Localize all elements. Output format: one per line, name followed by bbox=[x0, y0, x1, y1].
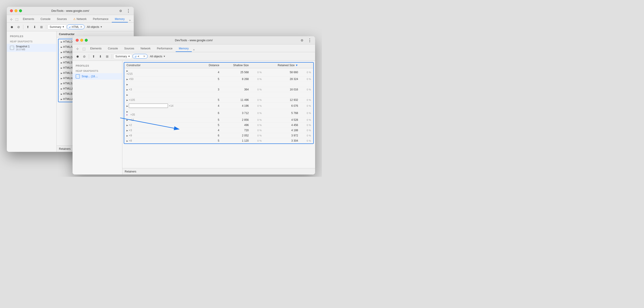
summary-icon-front[interactable]: ⊞ bbox=[104, 53, 110, 60]
col-retained[interactable]: Retained Size ▼ bbox=[264, 62, 300, 68]
more-button-back[interactable]: ⋮ bbox=[125, 8, 132, 14]
expand-icon: ▶ bbox=[126, 134, 128, 137]
snapshot-icon-front: 📄 bbox=[76, 74, 80, 78]
expand-icon: ▶ bbox=[126, 119, 128, 121]
table-row[interactable]: ▶ ×8 5 1 120 0 % 3 304 0 % bbox=[124, 138, 313, 144]
upload-btn-front[interactable]: ⬆ bbox=[90, 53, 97, 60]
expand-icon: ▶ bbox=[61, 88, 62, 90]
table-row[interactable]: ▶ ×215 4 25 568 0 % 58 660 0 % bbox=[124, 68, 313, 76]
table-bordered-front: Constructor Distance Shallow Size Retain… bbox=[124, 62, 314, 144]
close-button-back[interactable] bbox=[10, 9, 13, 12]
maximize-button-front[interactable] bbox=[85, 39, 88, 42]
table-row[interactable]: ▶ ×3 3 364 0 % 16 016 0 % bbox=[124, 87, 313, 92]
snapshot-name-back: Snapshot 1 bbox=[16, 45, 30, 48]
device-icon-back[interactable]: ⬚ bbox=[14, 16, 20, 22]
expand-icon: ▶ bbox=[61, 82, 62, 85]
constructor-table-front: Constructor Distance Shallow Size Retain… bbox=[124, 62, 313, 144]
snapshot-item-front[interactable]: 📄 Snap... (18.... bbox=[72, 73, 122, 80]
device-icon-front[interactable]: ⬚ bbox=[81, 46, 87, 52]
col-constructor: Constructor bbox=[124, 62, 200, 68]
tab-elements-front[interactable]: Elements bbox=[87, 46, 105, 52]
objects-label-back: All objects bbox=[87, 26, 99, 28]
record-btn-front[interactable]: ⏺ bbox=[74, 53, 81, 60]
filter-chip-back[interactable]: ⊿ HTML ✕ bbox=[67, 24, 84, 29]
tab-memory-back[interactable]: Memory bbox=[112, 16, 128, 22]
table-row[interactable]: ▶ <span style="color:#888;">×33</span></… bbox=[124, 92, 313, 98]
snapshot-icon-back: 📄 bbox=[10, 46, 14, 50]
table-row[interactable]: ▶ <span style="color:#888;">×54</span></… bbox=[124, 82, 313, 87]
table-row[interactable]: ▶ ×35 6 3 712 0 % 5 768 0 % bbox=[124, 109, 313, 118]
expand-icon: ▶ bbox=[61, 62, 62, 64]
stop-btn-front[interactable]: ⊘ bbox=[81, 53, 88, 60]
tab-sources-front[interactable]: Sources bbox=[121, 46, 137, 52]
tab-performance-back[interactable]: Performance bbox=[90, 16, 112, 22]
toolbar-front: ⏺ ⊘ ⬆ ⬇ ⊞ Summary ▼ ⊿ ✕ All objects ▼ bbox=[72, 52, 315, 61]
summary-icon-back[interactable]: ⊞ bbox=[38, 24, 45, 30]
settings-button-back[interactable]: ⚙ bbox=[118, 8, 124, 14]
upload-btn-back[interactable]: ⬆ bbox=[25, 24, 31, 30]
tab-bar-front: ⊹ ⬚ Elements Console Sources Network Per… bbox=[72, 44, 315, 52]
col-distance[interactable]: Distance bbox=[200, 62, 222, 68]
expand-icon: ▶ bbox=[126, 70, 128, 72]
download-btn-front[interactable]: ⬇ bbox=[97, 53, 104, 60]
settings-button-front[interactable]: ⚙ bbox=[299, 37, 305, 44]
filter-close-front[interactable]: ✕ bbox=[143, 54, 146, 58]
snapshot-item-back[interactable]: 📄 Snapshot 1 16.0 MB bbox=[7, 44, 56, 52]
inspect-icon-front[interactable]: ⊹ bbox=[74, 46, 81, 52]
window-title-back: DevTools - www.google.com/ bbox=[10, 9, 130, 12]
tab-console-front[interactable]: Console bbox=[105, 46, 121, 52]
expand-icon: ▶ bbox=[126, 78, 128, 80]
expand-icon: ▶ bbox=[126, 140, 128, 142]
col-retained-pct bbox=[300, 62, 313, 68]
summary-dropdown-back[interactable]: Summary ▼ bbox=[48, 24, 66, 30]
heap-section-front: Heap snapshots bbox=[72, 68, 122, 73]
table-row[interactable]: ▶ ×105 5 11 496 0 % 12 932 0 % bbox=[124, 98, 313, 103]
expand-icon: ▶ bbox=[61, 51, 62, 54]
tab-network-front[interactable]: Network bbox=[137, 46, 154, 52]
devtools-window-front: DevTools - www.google.com/ ⚙ ⋮ ⊹ ⬚ Eleme… bbox=[72, 36, 315, 174]
close-button-front[interactable] bbox=[76, 39, 79, 42]
table-row[interactable]: ▶ ×2 5 496 0 % 4 456 0 % bbox=[124, 122, 313, 128]
expand-icon: ▶ bbox=[126, 94, 128, 96]
filter-input-front[interactable] bbox=[138, 55, 142, 58]
tab-memory-front[interactable]: Memory bbox=[176, 46, 192, 52]
expand-icon: ▶ bbox=[61, 98, 62, 100]
table-row[interactable]: ▶ ×11 5 2 856 0 % 4 528 0 % bbox=[124, 118, 313, 122]
col-shallow[interactable]: Shallow Size bbox=[222, 62, 251, 68]
more-button-front[interactable]: ⋮ bbox=[306, 37, 313, 44]
retainers-bar-front: Retainers bbox=[122, 168, 315, 174]
tab-sources-back[interactable]: Sources bbox=[54, 16, 70, 22]
record-btn-back[interactable]: ⏺ bbox=[8, 24, 15, 30]
traffic-lights-back bbox=[10, 9, 22, 12]
maximize-button-back[interactable] bbox=[19, 9, 22, 12]
summary-dropdown-front[interactable]: Summary ▼ bbox=[113, 54, 132, 59]
table-row[interactable]: ▶ ×9 6 2 052 0 % 3 972 0 % bbox=[124, 133, 313, 138]
expand-icon: ▶ bbox=[61, 56, 62, 59]
tab-more-front[interactable]: » bbox=[192, 48, 196, 52]
table-row[interactable]: ▶ ×14 4 4 196 0 % 6 076 0 % bbox=[124, 103, 313, 109]
tab-more-back[interactable]: » bbox=[128, 18, 132, 22]
table-row[interactable]: ▶ ×50 5 8 268 0 % 28 324 0 % bbox=[124, 76, 313, 82]
toolbar-back: ⏺ ⊘ ⬆ ⬇ ⊞ Summary ▼ ⊿ HTML ✕ All objects… bbox=[7, 23, 134, 31]
sidebar-back: Profiles HEAP SNAPSHOTS 📄 Snapshot 1 16.… bbox=[7, 31, 57, 152]
minimize-button-back[interactable] bbox=[14, 9, 18, 12]
stop-btn-back[interactable]: ⊘ bbox=[16, 24, 22, 30]
sidebar-front: Profiles Heap snapshots 📄 Snap... (18...… bbox=[72, 61, 122, 174]
expand-icon: ▶ bbox=[61, 67, 62, 69]
tab-elements-back[interactable]: Elements bbox=[20, 16, 38, 22]
table-row[interactable]: ▶ ×3 4 720 0 % 4 188 0 % bbox=[124, 128, 313, 133]
filter-icon-front: ⊿ bbox=[134, 54, 137, 58]
inspect-icon-back[interactable]: ⊹ bbox=[8, 16, 14, 22]
tab-performance-front[interactable]: Performance bbox=[154, 46, 176, 52]
col-shallow-pct bbox=[251, 62, 264, 68]
download-btn-back[interactable]: ⬇ bbox=[32, 24, 38, 30]
minimize-button-front[interactable] bbox=[80, 39, 83, 42]
expand-icon: ▶ bbox=[61, 72, 62, 74]
filter-close-back[interactable]: ✕ bbox=[80, 25, 82, 28]
expand-icon: ▶ bbox=[126, 130, 128, 132]
tab-console-back[interactable]: Console bbox=[38, 16, 54, 22]
heap-section-back: HEAP SNAPSHOTS bbox=[7, 38, 56, 44]
profiles-title-front: Profiles bbox=[72, 64, 122, 68]
filter-chip-front[interactable]: ⊿ ✕ bbox=[132, 54, 148, 59]
tab-network-back[interactable]: ⚠Network bbox=[70, 16, 90, 22]
